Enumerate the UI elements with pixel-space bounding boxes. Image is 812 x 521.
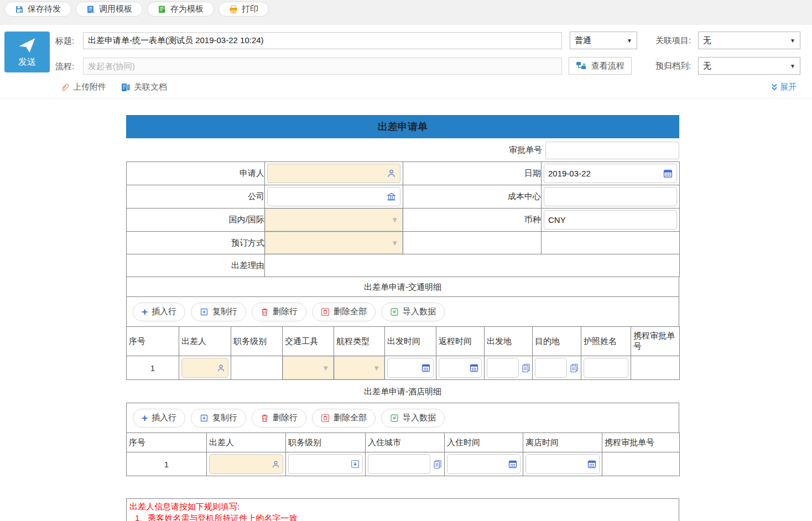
flowchart-icon (576, 61, 587, 71)
print-button[interactable]: 打印 (218, 2, 269, 17)
col-header: 携程审批单号 (631, 327, 680, 356)
priority-value: 普通 (575, 35, 591, 46)
return-time-input[interactable] (439, 358, 482, 378)
col-header: 序号 (127, 327, 179, 356)
transport-import-data-button[interactable]: 导入数据 (381, 303, 445, 321)
transport-delete-all-button[interactable]: 删除全部 (312, 303, 376, 321)
prearchive-select[interactable]: 无 ▼ (698, 57, 800, 75)
hotel-delete-all-button[interactable]: 删除全部 (312, 409, 376, 428)
related-doc-button[interactable]: 关联文档 (121, 82, 167, 92)
checkout-time-input[interactable] (525, 454, 600, 474)
upload-attachment-label: 上传附件 (73, 82, 106, 92)
doc-list-icon[interactable] (433, 460, 442, 469)
checkin-city-input[interactable] (368, 454, 430, 474)
empty-cell (403, 232, 542, 254)
transport-insert-row-button[interactable]: + 插入行 (133, 303, 185, 321)
currency-input[interactable]: CNY (544, 210, 677, 230)
cost-center-input[interactable] (544, 187, 677, 206)
col-header: 入住时间 (445, 433, 523, 452)
view-flow-button[interactable]: 查看流程 (569, 57, 632, 75)
col-header: 职务级别 (231, 327, 283, 356)
currency-label: 币种 (403, 209, 542, 232)
expand-button[interactable]: 展开 (771, 82, 797, 92)
print-icon (229, 5, 238, 14)
approval-no-label: 审批单号 (509, 145, 542, 155)
checkin-time-input[interactable] (447, 454, 520, 474)
domestic-intl-select[interactable]: ▼ (265, 209, 403, 231)
hotel-insert-row-button[interactable]: + 插入行 (133, 409, 185, 428)
load-template-button[interactable]: 调用模板 (76, 2, 143, 17)
approval-row: 审批单号 (126, 138, 679, 162)
copy-icon (200, 414, 209, 423)
calendar-icon (663, 169, 673, 178)
empty-cell (542, 232, 680, 254)
depart-time-input[interactable] (387, 358, 434, 378)
date-input[interactable]: 2019-03-22 (544, 164, 677, 183)
save-template-button[interactable]: 存为模板 (147, 2, 214, 17)
hotel-copy-row-button[interactable]: 复制行 (191, 409, 246, 428)
plus-icon: + (142, 306, 148, 317)
business-trip-form: 出差申请单 审批单号 申请人 日期 2019-03-22 公司 成本中心 国内/… (126, 115, 679, 521)
dest-city-input[interactable] (535, 358, 567, 378)
flow-input[interactable] (83, 58, 562, 75)
col-header: 交通工具 (283, 327, 334, 356)
booking-method-select[interactable]: ▼ (265, 232, 403, 254)
related-project-select[interactable]: 无 ▼ (698, 32, 800, 49)
traveler-input[interactable] (181, 358, 228, 378)
import-data-label: 导入数据 (403, 306, 436, 317)
col-header: 出发地 (485, 327, 533, 356)
trip-reason-label: 出差理由 (127, 254, 265, 277)
title-input[interactable] (83, 32, 562, 49)
doc-list-icon[interactable] (569, 363, 579, 373)
approval-no-input[interactable] (545, 142, 679, 159)
trip-reason-input[interactable] (265, 254, 680, 277)
copy-row-label: 复制行 (212, 413, 237, 423)
hotel-delete-row-button[interactable]: 删除行 (252, 409, 306, 428)
chevron-down-icon: ▼ (790, 38, 795, 44)
col-header: 返程时间 (436, 327, 485, 356)
transport-row-1: 1 ▼ ▼ (127, 356, 680, 380)
copy-row-label: 复制行 (212, 306, 237, 317)
insert-row-label: 插入行 (152, 413, 176, 423)
transport-header-row: 序号 出差人 职务级别 交通工具 航程类型 出发时间 返程时间 出发地 目的地 … (127, 327, 680, 356)
applicant-input[interactable] (267, 164, 400, 183)
passport-name-input[interactable] (584, 358, 628, 378)
company-input[interactable] (267, 187, 400, 206)
notes-line-1: 出差人信息请按如下规则填写: (129, 501, 676, 512)
hotel-header-row: 序号 出差人 职务级别 入住城市 入住时间 离店时间 携程审批单号 (127, 433, 680, 452)
expand-label: 展开 (780, 82, 797, 92)
related-doc-icon (121, 82, 131, 92)
priority-select[interactable]: 普通 ▼ (570, 32, 637, 49)
doc-list-icon[interactable] (521, 363, 530, 373)
depart-city-input[interactable] (487, 358, 519, 378)
insert-row-label: 插入行 (152, 306, 176, 317)
calendar-icon (508, 460, 517, 468)
traveler-info-notes: 出差人信息请按如下规则填写: 1、乘客姓名需与登机所持证件上的名字一致 (126, 498, 679, 521)
ctrip-approval-cell (602, 452, 680, 476)
import-data-label: 导入数据 (403, 413, 436, 423)
col-header: 职务级别 (286, 433, 366, 452)
flight-type-select[interactable]: ▼ (334, 356, 384, 379)
date-value: 2019-03-22 (548, 169, 591, 178)
plus-icon: + (142, 413, 148, 423)
send-button[interactable]: 发送 (4, 32, 50, 72)
trash-icon (261, 414, 269, 423)
job-level-input[interactable] (288, 454, 363, 474)
col-header: 出发时间 (385, 327, 436, 356)
prearchive-value: 无 (703, 61, 711, 71)
traveler-input[interactable] (209, 454, 283, 474)
picker-box-icon[interactable] (351, 460, 360, 468)
domestic-intl-label: 国内/国际 (127, 209, 265, 232)
import-icon (390, 414, 399, 423)
save-pending-button[interactable]: 保存待发 (4, 2, 71, 17)
col-header: 出差人 (207, 433, 286, 452)
transport-copy-row-button[interactable]: 复制行 (191, 303, 246, 321)
transport-mode-select[interactable]: ▼ (283, 356, 334, 379)
transport-delete-row-button[interactable]: 删除行 (252, 303, 306, 321)
building-icon (387, 192, 396, 201)
chevron-down-icon: ▼ (790, 63, 795, 69)
upload-attachment-button[interactable]: 上传附件 (60, 82, 106, 92)
hotel-section-title: 出差单申请-酒店明细 (126, 380, 679, 403)
paperclip-icon (60, 82, 70, 92)
hotel-import-data-button[interactable]: 导入数据 (381, 409, 445, 428)
